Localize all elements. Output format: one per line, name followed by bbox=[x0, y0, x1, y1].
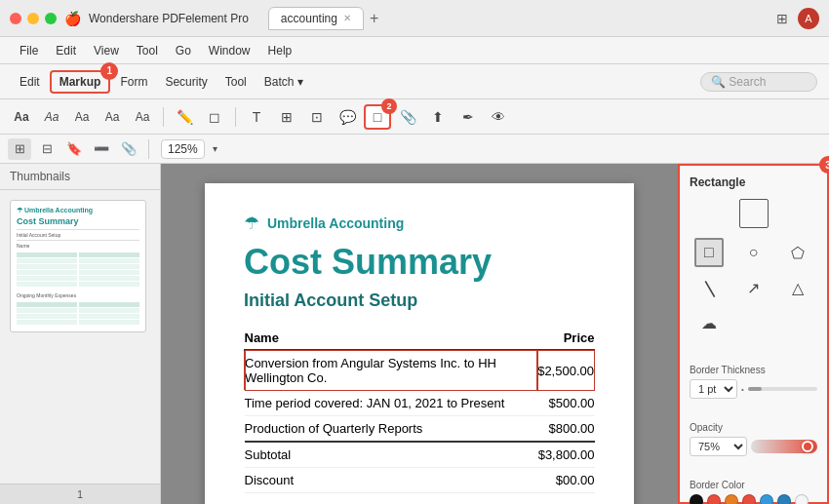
tool-button[interactable]: Tool bbox=[217, 72, 255, 92]
document-page: ☂ Umbrella Accounting Cost Summary Initi… bbox=[205, 183, 634, 504]
font-btn-3[interactable]: Aa bbox=[68, 104, 96, 130]
sign-button[interactable]: ✒ bbox=[454, 104, 482, 130]
border-color-blue[interactable] bbox=[760, 494, 773, 504]
thumb-title-text: Cost Summary bbox=[17, 216, 139, 226]
security-button[interactable]: Security bbox=[157, 72, 215, 92]
tab-close-icon[interactable]: ✕ bbox=[343, 13, 351, 23]
border-color-darkblue[interactable] bbox=[777, 494, 791, 504]
shape-cloud-btn[interactable]: ☁ bbox=[694, 308, 724, 337]
opacity-slider[interactable] bbox=[751, 440, 817, 453]
search-box[interactable]: 🔍 Search bbox=[700, 72, 817, 92]
border-color-red2[interactable] bbox=[742, 494, 756, 504]
tab-accounting[interactable]: accounting ✕ bbox=[268, 7, 364, 30]
doc-subtitle: Initial Account Setup bbox=[244, 291, 595, 311]
thumb-extra: Ongoing Monthly Expenses bbox=[17, 292, 139, 298]
zoom-dropdown-arrow[interactable]: ▾ bbox=[213, 143, 217, 154]
border-thickness-select[interactable]: 1 pt 2 pt 3 pt bbox=[690, 379, 737, 399]
edit-button[interactable]: Edit bbox=[12, 72, 48, 92]
menu-file[interactable]: File bbox=[12, 42, 46, 59]
shape-rectangle-btn[interactable]: □ bbox=[694, 238, 724, 267]
font-btn-5[interactable]: Aa bbox=[129, 104, 156, 130]
toolbar-separator-1 bbox=[163, 107, 164, 127]
shape-arrow-btn[interactable]: ↗ bbox=[738, 273, 768, 302]
thumb-table2 bbox=[17, 302, 139, 325]
thickness-slider[interactable] bbox=[748, 387, 817, 391]
doc-main-title: Cost Summary bbox=[244, 242, 595, 283]
company-name: Umbrella Accounting bbox=[267, 215, 404, 231]
view-separator bbox=[148, 139, 149, 159]
eraser-tool-button[interactable]: ◻ bbox=[201, 104, 228, 130]
opacity-row: 75% 50% 100% bbox=[690, 437, 817, 456]
rectangle-badge: 2 bbox=[381, 98, 397, 114]
border-color-orange[interactable] bbox=[725, 494, 738, 504]
menu-tool[interactable]: Tool bbox=[129, 42, 166, 59]
col-price-header: Price bbox=[537, 327, 594, 350]
subtotal-row: Subtotal $3,800.00 bbox=[245, 442, 595, 468]
font-btn-4[interactable]: Aa bbox=[99, 104, 126, 130]
font-btn-2[interactable]: Aa bbox=[38, 104, 65, 130]
add-tab-button[interactable]: + bbox=[370, 10, 378, 27]
shape-pentagon-btn[interactable]: ⬠ bbox=[783, 238, 812, 267]
view-single-button[interactable]: ⊟ bbox=[35, 138, 59, 160]
panel-title: Rectangle bbox=[690, 175, 817, 189]
menubar: File Edit View Tool Go Window Help bbox=[0, 37, 829, 64]
form-button[interactable]: Form bbox=[112, 72, 155, 92]
rectangle-preview bbox=[739, 199, 769, 228]
view-attach-button[interactable]: 📎 bbox=[117, 138, 140, 160]
thumb-table bbox=[17, 252, 139, 287]
thumb-logo-text: ☂ Umbrella Accounting bbox=[17, 207, 139, 214]
border-color-row bbox=[690, 494, 817, 504]
comment-button[interactable]: 💬 bbox=[334, 104, 361, 130]
shape-line-btn[interactable]: | bbox=[689, 268, 729, 308]
doc-logo: ☂ Umbrella Accounting bbox=[244, 213, 595, 234]
border-color-red[interactable] bbox=[707, 494, 721, 504]
border-color-black[interactable] bbox=[690, 494, 703, 504]
opacity-thumb bbox=[802, 441, 813, 452]
menu-window[interactable]: Window bbox=[201, 42, 258, 59]
shape-circle-btn[interactable]: ○ bbox=[738, 238, 768, 267]
table-row-2: Time period covered: JAN 01, 2021 to Pre… bbox=[245, 391, 595, 416]
right-panel: 3 Rectangle □ ○ ⬠ | ↗ △ ☁ Border Thickne… bbox=[678, 164, 829, 504]
attach-button[interactable]: 📎 bbox=[394, 104, 421, 130]
row2-price: $500.00 bbox=[537, 391, 594, 416]
text-tool-button[interactable]: T bbox=[243, 104, 270, 130]
stamp-button[interactable]: ⬆ bbox=[424, 104, 452, 130]
titlebar-right-icons: ⊞ A bbox=[776, 8, 819, 29]
cost-table: Name Price Conversion from Angular Syste… bbox=[244, 327, 595, 493]
menu-help[interactable]: Help bbox=[260, 42, 300, 59]
text-box2-button[interactable]: ⊡ bbox=[303, 104, 331, 130]
border-color-white[interactable] bbox=[795, 494, 809, 504]
discount-value: $00.00 bbox=[537, 468, 594, 493]
close-button[interactable] bbox=[10, 13, 21, 24]
menu-edit[interactable]: Edit bbox=[48, 42, 84, 59]
opacity-select[interactable]: 75% 50% 100% bbox=[690, 437, 747, 456]
batch-button[interactable]: Batch ▾ bbox=[257, 72, 311, 92]
text-box-button[interactable]: ⊞ bbox=[273, 104, 300, 130]
menu-go[interactable]: Go bbox=[168, 42, 199, 59]
opacity-label: Opacity bbox=[690, 422, 817, 433]
row3-name: Production of Quarterly Reports bbox=[245, 416, 538, 443]
apple-logo-icon: 🍎 bbox=[64, 11, 81, 26]
maximize-button[interactable] bbox=[45, 13, 57, 24]
page-thumbnail[interactable]: ☂ Umbrella Accounting Cost Summary Initi… bbox=[10, 200, 146, 332]
minimize-button[interactable] bbox=[27, 13, 39, 24]
thumb-body-text: Initial Account Setup bbox=[17, 232, 139, 238]
main-layout: Thumbnails ☂ Umbrella Accounting Cost Su… bbox=[0, 164, 829, 504]
view-bookmark-button[interactable]: 🔖 bbox=[62, 138, 86, 160]
thumbnail-content: ☂ Umbrella Accounting Cost Summary Initi… bbox=[11, 201, 145, 331]
user-avatar[interactable]: A bbox=[798, 8, 819, 29]
shape-triangle-btn[interactable]: △ bbox=[783, 273, 812, 302]
menu-view[interactable]: View bbox=[86, 42, 127, 59]
subtotal-label: Subtotal bbox=[245, 442, 538, 468]
thumb-name-col: Name bbox=[17, 243, 139, 249]
pen-tool-button[interactable]: ✏️ bbox=[171, 104, 198, 130]
border-color-label: Border Color bbox=[690, 480, 817, 490]
font-btn-1[interactable]: Aa bbox=[8, 104, 35, 130]
toolbar-separator-2 bbox=[235, 107, 236, 127]
view-grid-button[interactable]: ⊞ bbox=[8, 138, 31, 160]
app-name-label: Wondershare PDFelement Pro bbox=[89, 12, 249, 25]
view-minus-button[interactable]: ➖ bbox=[90, 138, 113, 160]
col-name-header: Name bbox=[245, 327, 538, 350]
view-toggle-button[interactable]: 👁 bbox=[485, 104, 512, 130]
document-area[interactable]: ☂ Umbrella Accounting Cost Summary Initi… bbox=[161, 164, 678, 504]
